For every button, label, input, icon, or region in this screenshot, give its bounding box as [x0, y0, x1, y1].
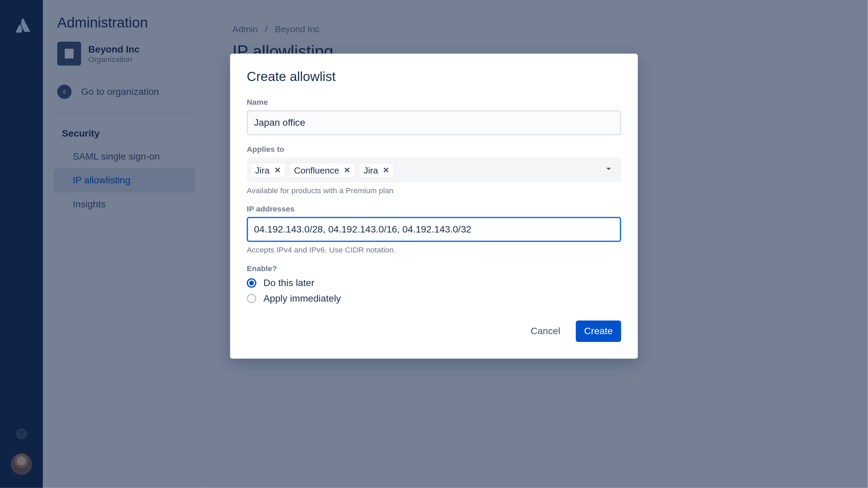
- cancel-button[interactable]: Cancel: [522, 321, 569, 342]
- create-button[interactable]: Create: [576, 321, 621, 342]
- tag-jira: Jira ✕: [250, 162, 285, 177]
- name-label: Name: [247, 98, 621, 106]
- chevron-down-icon[interactable]: [603, 163, 614, 177]
- applies-to-helper: Available for products with a Premium pl…: [247, 186, 621, 195]
- tag-remove-icon[interactable]: ✕: [274, 165, 281, 174]
- radio-icon: [247, 294, 256, 303]
- radio-do-this-later[interactable]: Do this later: [247, 278, 621, 288]
- ip-addresses-label: IP addresses: [247, 204, 621, 213]
- dialog-title: Create allowlist: [247, 69, 621, 85]
- tag-remove-icon[interactable]: ✕: [383, 165, 389, 174]
- tag-remove-icon[interactable]: ✕: [344, 165, 350, 174]
- tag-confluence: Confluence ✕: [289, 162, 355, 177]
- radio-apply-immediately[interactable]: Apply immediately: [247, 293, 621, 304]
- applies-to-label: Applies to: [247, 145, 621, 154]
- ip-addresses-helper: Accepts IPv4 and IPv6. Use CIDR notation…: [247, 245, 621, 254]
- create-allowlist-dialog: Create allowlist Name Applies to Jira ✕ …: [230, 54, 638, 359]
- name-input[interactable]: [247, 110, 621, 135]
- tag-jira-2: Jira ✕: [359, 162, 394, 177]
- radio-icon-selected: [247, 278, 256, 288]
- enable-label: Enable?: [247, 264, 621, 273]
- ip-addresses-input[interactable]: [247, 217, 621, 242]
- applies-to-select[interactable]: Jira ✕ Confluence ✕ Jira ✕: [247, 157, 621, 182]
